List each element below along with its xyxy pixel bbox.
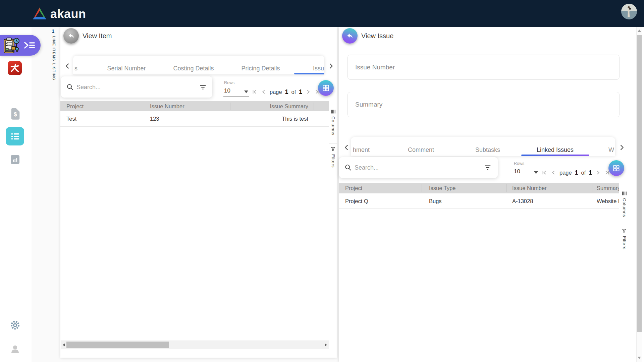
scroll-left-arrow-icon[interactable]: [63, 343, 65, 347]
tab-serial-number[interactable]: Serial Number: [107, 65, 146, 72]
tab-costing-details[interactable]: Costing Details: [173, 65, 214, 72]
next-page-icon[interactable]: [305, 89, 311, 95]
col-issue-summary: Issue Summary: [230, 103, 308, 110]
tab-partial-prev[interactable]: s: [74, 65, 77, 72]
table-side-strip: Columns Filters: [620, 183, 628, 344]
columns-tab[interactable]: Columns: [620, 188, 628, 225]
table-horizontal-scrollbar[interactable]: [61, 341, 329, 349]
next-page-icon[interactable]: [595, 170, 601, 176]
issue-number-placeholder: Issue Number: [348, 64, 395, 71]
prev-page-icon[interactable]: [261, 89, 267, 95]
sidebar-item-billing-doc[interactable]: $: [10, 107, 21, 120]
col-issue-number: Issue Number: [512, 185, 547, 191]
filters-tab[interactable]: Filters: [620, 225, 628, 252]
sidebar-item-line-items[interactable]: [0, 35, 41, 56]
grid-icon: [612, 164, 620, 172]
of-word: of: [581, 170, 586, 176]
column-divider: [422, 184, 422, 192]
view-item-back-button[interactable]: [63, 28, 79, 44]
billing-doc-icon: $: [10, 108, 20, 120]
vertical-scroll-thumb[interactable]: [637, 35, 642, 332]
view-issue-back-button[interactable]: [342, 28, 358, 44]
tab-attachment-partial[interactable]: hment: [353, 146, 370, 154]
line-items-listing-tab[interactable]: 1 LINE ITEMS LISTING: [50, 28, 59, 80]
filter-list-icon[interactable]: [484, 164, 491, 171]
summary-placeholder: Summary: [348, 101, 382, 108]
layout-grid-button[interactable]: [608, 160, 624, 176]
app-screen: akaun: [0, 0, 644, 362]
columns-icon: [331, 109, 336, 114]
search-input[interactable]: [76, 82, 188, 92]
tabs-scroll-right-icon[interactable]: [618, 144, 626, 151]
pagination: page 1 of 1: [252, 87, 320, 96]
tabs-scroll-right-icon[interactable]: [327, 62, 335, 70]
search-icon: [344, 164, 352, 171]
issue-number-field[interactable]: Issue Number: [347, 55, 620, 80]
tab-worklog-partial[interactable]: W: [608, 146, 614, 154]
filter-list-icon[interactable]: [199, 83, 207, 91]
account-button[interactable]: [9, 343, 21, 355]
back-arrow-icon: [67, 32, 75, 40]
page-vertical-scrollbar[interactable]: [636, 27, 642, 362]
filter-funnel-icon: [330, 146, 336, 152]
current-page: 1: [575, 169, 578, 176]
sidebar: $: [0, 27, 32, 362]
rows-label: Rows: [224, 80, 234, 85]
columns-icon: [622, 191, 627, 196]
page-word: page: [270, 89, 282, 95]
columns-tab[interactable]: Columns: [329, 106, 337, 143]
scroll-down-arrow-icon[interactable]: [638, 357, 641, 359]
gear-icon: [10, 320, 20, 330]
page-word: page: [559, 170, 572, 176]
col-issue-number: Issue Number: [150, 103, 184, 110]
rows-dropdown-caret-icon[interactable]: [534, 171, 538, 174]
sidebar-item-listing[interactable]: [6, 127, 24, 145]
line-items-count: 1: [50, 28, 59, 34]
svg-text:$: $: [14, 111, 17, 117]
search-input[interactable]: [354, 163, 469, 173]
tab-comment[interactable]: Comment: [408, 146, 434, 154]
filters-label: Filters: [331, 154, 336, 168]
of-word: of: [291, 89, 296, 95]
active-tab-underline: [521, 155, 589, 156]
tabs-scroll-left-icon[interactable]: [64, 62, 71, 70]
filters-label: Filters: [622, 236, 627, 249]
tabs-scroll-left-icon[interactable]: [343, 144, 350, 151]
column-divider: [506, 184, 506, 192]
scroll-right-arrow-icon[interactable]: [325, 343, 327, 347]
summary-field[interactable]: Summary: [347, 92, 620, 117]
rows-dropdown-caret-icon[interactable]: [244, 90, 248, 93]
active-tab-underline: [294, 73, 324, 74]
horizontal-scroll-thumb[interactable]: [66, 342, 169, 348]
settings-button[interactable]: [9, 319, 21, 331]
list-icon: [10, 132, 20, 141]
view-issue-title: View Issue: [361, 32, 393, 40]
layout-grid-button[interactable]: [318, 80, 334, 96]
tab-linked-issues[interactable]: Linked Issues: [537, 146, 574, 154]
total-pages: 1: [299, 88, 302, 96]
tab-subtasks[interactable]: Subtasks: [475, 146, 500, 154]
filters-tab[interactable]: Filters: [329, 143, 337, 170]
table-row[interactable]: Test 123 This is test: [60, 111, 329, 127]
item-search-card: [61, 76, 212, 98]
sidebar-item-vendor-app[interactable]: [8, 61, 22, 75]
table-row[interactable]: Project Q Bugs A-13028 Website bu: [339, 193, 619, 209]
linked-issues-table-header: Project Issue Type Issue Number Summary: [339, 183, 619, 193]
back-arrow-icon: [346, 32, 354, 40]
sidebar-item-analytics[interactable]: [11, 155, 19, 164]
user-avatar[interactable]: [621, 4, 637, 19]
first-page-icon[interactable]: [541, 170, 547, 176]
brand-name: akaun: [50, 7, 86, 21]
brand-logo-icon: [32, 7, 47, 20]
tab-issues-partial[interactable]: Issu: [313, 65, 324, 72]
column-divider: [592, 184, 592, 192]
prev-page-icon[interactable]: [550, 170, 556, 176]
first-page-icon[interactable]: [252, 89, 258, 95]
view-item-title: View Item: [83, 32, 112, 40]
column-divider: [144, 103, 144, 110]
line-items-listing-label: LINE ITEMS LISTING: [52, 36, 56, 80]
scroll-up-arrow-icon[interactable]: [638, 29, 641, 32]
rows-label: Rows: [514, 161, 524, 166]
tab-pricing-details[interactable]: Pricing Details: [241, 65, 280, 72]
columns-label: Columns: [622, 198, 627, 217]
